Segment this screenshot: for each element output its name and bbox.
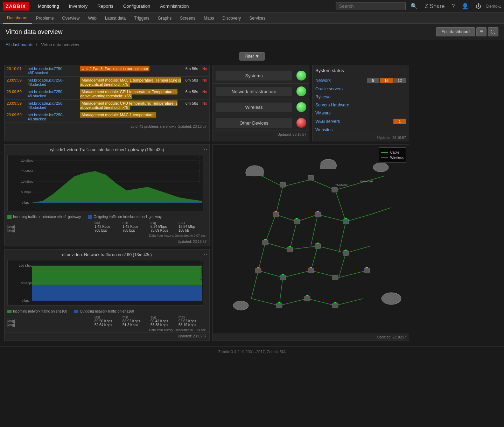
hostgroup-systems-label[interactable]: Systems: [216, 71, 292, 80]
problem-duration: 6m 56s: [183, 65, 200, 77]
svg-rect-83: [287, 247, 293, 252]
problem-desc: Unit 2 Fan 3: Fan is not in normal state: [78, 65, 183, 77]
table-row: 23:09:59 net.brocade.icx7250-48.stacked …: [5, 100, 209, 111]
problem-time: 23:10:01: [5, 65, 26, 77]
breadcrumb-all-link[interactable]: All dashboards: [6, 42, 33, 47]
tab-triggers[interactable]: Triggers: [130, 13, 154, 24]
tab-discovery[interactable]: Discovery: [218, 13, 245, 24]
edit-dashboard-button[interactable]: Edit dashboard: [436, 27, 475, 36]
problem-host[interactable]: net.brocade.icx7250-48.stacked: [26, 88, 78, 100]
problem-host[interactable]: net.brocade.icx7250-48.stacked: [26, 77, 78, 88]
tab-web[interactable]: Web: [84, 13, 100, 24]
demo-label: Demo-1: [486, 4, 501, 9]
status-websites-label[interactable]: Websites: [315, 127, 406, 132]
zshare-button[interactable]: Z Share: [422, 3, 447, 9]
map-nodes: [233, 159, 401, 310]
tab-dashboard[interactable]: Dashboard: [3, 13, 32, 24]
svg-line-31: [283, 271, 311, 278]
help-icon[interactable]: ?: [449, 3, 457, 9]
hostgroup-other-devices-label[interactable]: Other Devices: [216, 118, 292, 128]
search-icon[interactable]: 🔍: [408, 3, 420, 9]
status-vmware-label[interactable]: VMware: [315, 111, 406, 115]
legend-incoming: Incoming traffic on interface ether1-gat…: [7, 215, 81, 219]
status-network-badges: 5 16 12: [367, 78, 406, 83]
svg-rect-53: [320, 165, 336, 169]
problem-desc: Management module: CPU temperature: Temp…: [78, 88, 183, 100]
graph2-in-min: 88.92 Kbps: [122, 319, 150, 323]
graph1-out-label: [avg]: [7, 229, 94, 232]
filter-button[interactable]: Filter ▼: [239, 52, 265, 61]
user-icon[interactable]: 👤: [460, 3, 471, 9]
svg-text:https://www.zabbix.com: https://www.zabbix.com: [408, 210, 409, 239]
power-icon[interactable]: ⏻: [474, 3, 483, 9]
svg-text:15 Mbps: 15 Mbps: [21, 169, 33, 173]
problem-time: 23:09:59: [5, 88, 26, 100]
problem-ack: No: [200, 77, 209, 88]
svg-line-45: [279, 278, 283, 306]
tab-graphs[interactable]: Graphs: [154, 13, 176, 24]
status-network-label[interactable]: Network: [315, 78, 367, 83]
legend2-incoming: Incoming network traffic on ens160: [7, 309, 67, 313]
problem-host[interactable]: net.brocade.icx7250-48.stacked: [26, 100, 78, 111]
problem-duration: 6m 58s: [183, 88, 200, 100]
legend2-blue-color: [74, 310, 78, 313]
status-oracle-label[interactable]: Oracle servers: [315, 86, 406, 91]
svg-text:5 Mbps: 5 Mbps: [21, 190, 31, 194]
network-map-footer: Updated: 23:16:57: [213, 334, 409, 341]
graph2-panel-menu[interactable]: ⋯: [202, 252, 207, 257]
search-input[interactable]: [336, 2, 406, 10]
svg-rect-84: [315, 244, 321, 248]
svg-text:TAGADAP: TAGADAP: [335, 183, 349, 187]
svg-line-43: [311, 246, 318, 271]
legend-green-color: [7, 215, 12, 219]
tab-maps[interactable]: Maps: [200, 13, 218, 24]
map-cable-label: Cable: [390, 150, 399, 154]
system-status-panel: ⋯ System status Network 5 16 12 Oracle s…: [312, 65, 409, 141]
graph1-panel-menu[interactable]: ⋯: [202, 147, 207, 152]
status-ryleevo-label[interactable]: Ryleevo: [315, 94, 406, 99]
svg-rect-80: [315, 212, 321, 217]
status-row-websites: Websites: [313, 126, 409, 134]
tab-screens[interactable]: Screens: [176, 13, 200, 24]
sysstatus-panel-menu[interactable]: ⋯: [402, 67, 407, 73]
breadcrumb: All dashboards / Virton data overview: [0, 40, 504, 49]
status-web-servers-label[interactable]: WEB servers: [315, 119, 393, 124]
svg-rect-87: [280, 275, 286, 280]
svg-rect-81: [343, 219, 349, 224]
dashboard-expand-icon[interactable]: ⛶: [488, 27, 498, 36]
graph2-in-avg: 90.43 Kbps: [150, 319, 178, 323]
nav-reports[interactable]: Reports: [92, 0, 118, 13]
map-legend-wireless: Wireless: [381, 155, 404, 160]
svg-rect-88: [308, 268, 314, 273]
svg-text:0 bps: 0 bps: [22, 299, 30, 302]
graph1-in-min: 1.43 Kbps: [122, 225, 150, 229]
page-title: Virton data overview: [6, 28, 63, 36]
problems-panel-menu[interactable]: ⋯: [202, 67, 207, 73]
problem-host[interactable]: net.brocade.icx7250-48.stacked: [26, 111, 78, 123]
svg-rect-90: [364, 268, 370, 273]
status-row-ryleevo: Ryleevo: [313, 93, 409, 101]
tab-problems[interactable]: Problems: [32, 13, 58, 24]
status-servers-hw-label[interactable]: Servers Hardware: [315, 103, 406, 107]
tab-overview[interactable]: Overview: [58, 13, 84, 24]
status-row-vmware: VMware: [313, 109, 409, 117]
tab-latest-data[interactable]: Latest data: [101, 13, 130, 24]
graph1-in-label: [avg]: [7, 225, 94, 229]
hostgroup-wireless-label[interactable]: Wireless: [216, 103, 292, 112]
legend-outgoing-label: Outgoing traffic on interface ether1-gat…: [93, 215, 161, 219]
dashboard-list-icon[interactable]: ☰: [476, 27, 486, 36]
hostgroup-network-infra-label[interactable]: Network Infrastructure: [216, 87, 292, 96]
hostgroup-network-infra: Network Infrastructure: [213, 84, 309, 99]
tab-services[interactable]: Services: [245, 13, 270, 24]
svg-rect-93: [332, 303, 338, 308]
svg-line-26: [290, 246, 318, 250]
hostgroups-panel-menu[interactable]: ⋯: [302, 67, 307, 73]
nav-monitoring[interactable]: Monitoring: [33, 0, 64, 13]
problem-host[interactable]: net.brocade.icx7750-48F.stacked: [26, 65, 78, 77]
nav-configuration[interactable]: Configuration: [118, 0, 155, 13]
hostgroup-network-infra-indicator: [296, 86, 306, 96]
nav-administration[interactable]: Administration: [155, 0, 194, 13]
map-indicators: [257, 176, 348, 306]
graph1-title: ryl.side1.virton: Traffic on interface e…: [5, 145, 209, 154]
nav-inventory[interactable]: Inventory: [64, 0, 92, 13]
